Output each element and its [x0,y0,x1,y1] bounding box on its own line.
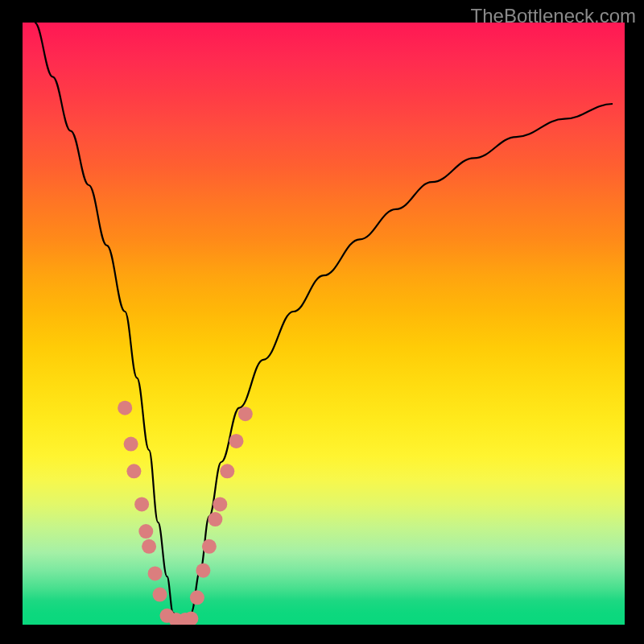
marker-dot [142,539,156,554]
marker-dot [196,564,210,578]
curve-svg [23,23,625,625]
watermark-text: TheBottleneck.com [471,5,636,27]
plot-area [23,23,625,625]
bottleneck-curve [35,23,613,625]
marker-dot [208,512,222,526]
marker-dot [153,588,167,602]
marker-dot [148,566,163,580]
marker-dot [126,464,141,478]
marker-dot [229,434,244,448]
marker-dot [202,539,217,554]
marker-group [118,401,253,625]
marker-dot [220,464,234,478]
marker-dot [118,401,132,415]
marker-dot [213,497,227,511]
marker-dot [138,524,153,539]
marker-dot [190,590,204,605]
marker-dot [124,437,138,452]
marker-dot [238,407,253,421]
marker-dot [134,497,149,511]
